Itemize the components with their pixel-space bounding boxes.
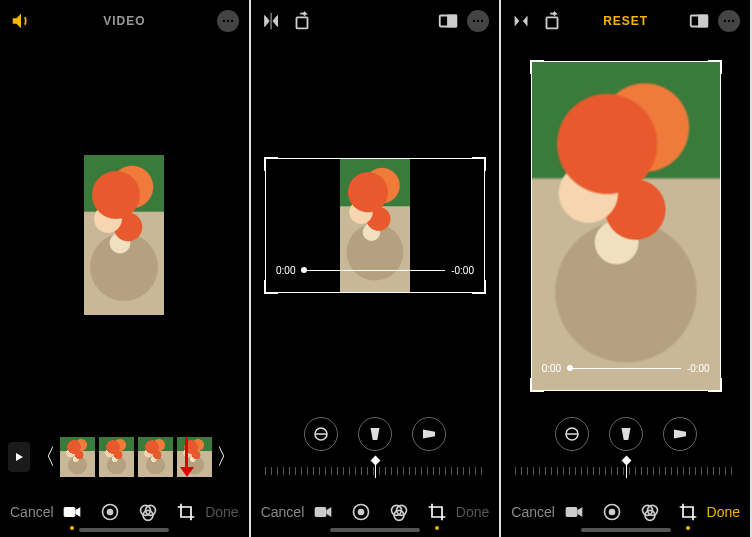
mode-title: VIDEO (32, 14, 217, 28)
svg-point-26 (724, 20, 726, 22)
time-end: -0:00 (687, 363, 710, 374)
adjust-tool-icon[interactable] (100, 502, 120, 522)
svg-point-14 (481, 20, 483, 22)
edit-tools (62, 502, 196, 522)
straighten-icon[interactable] (555, 417, 589, 451)
angle-ruler[interactable] (265, 459, 486, 487)
transform-controls (501, 409, 750, 459)
svg-rect-3 (64, 507, 76, 517)
filters-tool-icon[interactable] (138, 502, 158, 522)
svg-point-19 (359, 510, 364, 515)
svg-rect-31 (565, 507, 577, 517)
topbar: VIDEO (0, 0, 249, 42)
crop-canvas[interactable]: 0:00 -0:00 (501, 42, 750, 409)
svg-rect-25 (699, 16, 707, 27)
svg-point-27 (728, 20, 730, 22)
panel-crop-landscape: 0:00 -0:00 Cancel (251, 0, 502, 537)
done-button[interactable]: Done (707, 504, 740, 520)
panel-crop-portrait: RESET 0:00 -0:00 (501, 0, 752, 537)
svg-point-1 (227, 20, 229, 22)
more-icon[interactable] (718, 10, 740, 32)
timeline-frame[interactable] (138, 437, 173, 477)
svg-point-33 (609, 510, 614, 515)
svg-rect-11 (448, 16, 456, 27)
vertical-skew-icon[interactable] (358, 417, 392, 451)
flip-horizontal-icon[interactable] (261, 10, 283, 32)
svg-rect-9 (296, 17, 307, 28)
svg-point-12 (473, 20, 475, 22)
time-end: -0:00 (451, 265, 474, 276)
svg-rect-17 (315, 507, 327, 517)
svg-point-13 (477, 20, 479, 22)
topbar (251, 0, 500, 42)
adjust-tool-icon[interactable] (351, 502, 371, 522)
done-button[interactable]: Done (456, 504, 489, 520)
adjust-tool-icon[interactable] (602, 502, 622, 522)
svg-point-5 (108, 510, 113, 515)
crop-tool-icon[interactable] (176, 502, 196, 522)
time-scrubber[interactable]: 0:00 -0:00 (276, 265, 474, 276)
aspect-ratio-icon[interactable] (437, 10, 459, 32)
crop-tool-icon[interactable] (678, 502, 698, 522)
video-timeline[interactable]: 〈 〉 (0, 427, 249, 487)
topbar: RESET (501, 0, 750, 42)
edit-tools (313, 502, 447, 522)
panel-video-edit: VIDEO 〈 〉 Cancel (0, 0, 251, 537)
timeline-frame[interactable] (60, 437, 95, 477)
video-preview (84, 155, 164, 315)
rotate-icon[interactable] (541, 10, 563, 32)
straighten-icon[interactable] (304, 417, 338, 451)
cancel-button[interactable]: Cancel (511, 504, 555, 520)
annotation-arrow (177, 437, 197, 477)
angle-ruler[interactable] (515, 459, 736, 487)
trim-end-handle[interactable]: 〉 (216, 442, 238, 472)
horizontal-skew-icon[interactable] (663, 417, 697, 451)
time-scrubber[interactable]: 0:00 -0:00 (542, 363, 710, 374)
more-icon[interactable] (467, 10, 489, 32)
home-indicator (581, 528, 671, 532)
home-indicator (330, 528, 420, 532)
crop-canvas[interactable]: 0:00 -0:00 (251, 42, 500, 409)
transform-controls (251, 409, 500, 459)
rotate-icon[interactable] (291, 10, 313, 32)
timeline-frame[interactable] (99, 437, 134, 477)
vertical-skew-icon[interactable] (609, 417, 643, 451)
video-tool-icon[interactable] (313, 502, 333, 522)
more-icon[interactable] (217, 10, 239, 32)
home-indicator (79, 528, 169, 532)
filters-tool-icon[interactable] (389, 502, 409, 522)
aspect-ratio-icon[interactable] (688, 10, 710, 32)
crop-frame[interactable]: 0:00 -0:00 (531, 61, 721, 391)
cancel-button[interactable]: Cancel (10, 504, 54, 520)
time-start: 0:00 (542, 363, 561, 374)
flip-horizontal-icon[interactable] (511, 10, 533, 32)
cancel-button[interactable]: Cancel (261, 504, 305, 520)
crop-tool-icon[interactable] (427, 502, 447, 522)
volume-icon[interactable] (10, 10, 32, 32)
play-button[interactable] (8, 442, 30, 472)
svg-point-28 (732, 20, 734, 22)
done-button[interactable]: Done (205, 504, 238, 520)
crop-frame[interactable]: 0:00 -0:00 (265, 158, 485, 293)
trim-start-handle[interactable]: 〈 (34, 442, 56, 472)
video-canvas[interactable] (0, 42, 249, 427)
svg-point-0 (222, 20, 224, 22)
svg-rect-23 (547, 17, 558, 28)
reset-button[interactable]: RESET (563, 14, 688, 28)
horizontal-skew-icon[interactable] (412, 417, 446, 451)
time-start: 0:00 (276, 265, 295, 276)
video-tool-icon[interactable] (564, 502, 584, 522)
svg-point-2 (231, 20, 233, 22)
filters-tool-icon[interactable] (640, 502, 660, 522)
edit-tools (564, 502, 698, 522)
video-tool-icon[interactable] (62, 502, 82, 522)
